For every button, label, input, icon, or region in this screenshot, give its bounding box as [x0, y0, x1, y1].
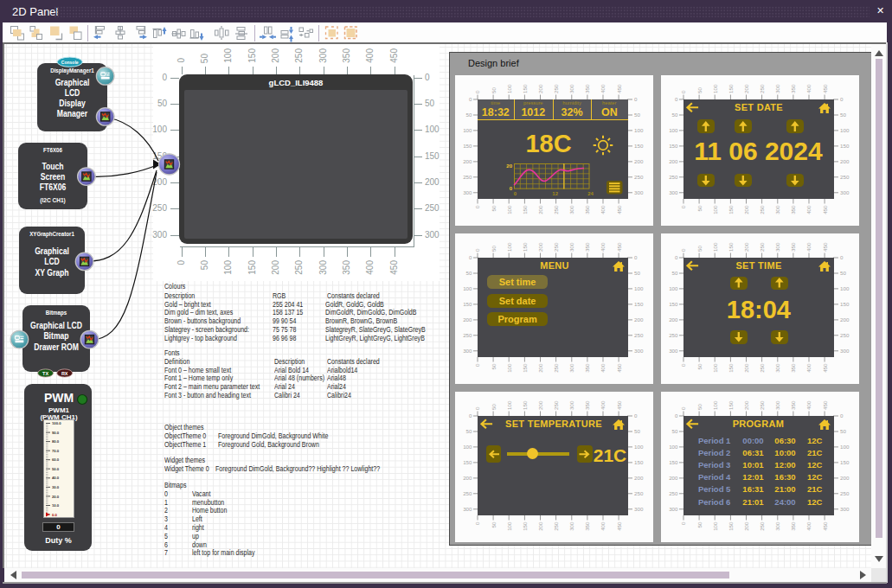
- svg-text:100: 100: [840, 285, 850, 291]
- svg-text:350: 350: [584, 521, 590, 531]
- svg-text:450: 450: [822, 84, 828, 93]
- svg-text:200: 200: [463, 316, 472, 323]
- svg-text:150: 150: [728, 363, 734, 373]
- svg-text:0: 0: [474, 406, 480, 410]
- svg-text:250: 250: [553, 84, 559, 93]
- svg-text:150: 150: [634, 143, 644, 149]
- svg-text:250: 250: [463, 332, 472, 338]
- svg-text:300: 300: [634, 189, 644, 195]
- svg-text:400: 400: [805, 363, 812, 373]
- svg-text:0: 0: [469, 96, 472, 102]
- svg-text:150: 150: [522, 84, 528, 93]
- svg-text:200: 200: [669, 158, 678, 164]
- svg-text:450: 450: [616, 521, 622, 531]
- svg-text:350: 350: [790, 400, 796, 410]
- svg-text:300: 300: [463, 348, 472, 354]
- svg-text:300: 300: [568, 363, 574, 373]
- svg-text:80.0: 80.0: [52, 439, 60, 444]
- svg-text:150: 150: [669, 143, 678, 149]
- svg-text:0: 0: [680, 248, 686, 252]
- svg-text:200: 200: [634, 475, 644, 481]
- svg-text:150: 150: [728, 84, 734, 93]
- svg-text:20: 20: [506, 163, 512, 169]
- svg-text:0: 0: [474, 248, 480, 252]
- svg-text:350: 350: [790, 363, 796, 373]
- svg-text:200: 200: [634, 158, 644, 164]
- svg-text:200: 200: [537, 242, 543, 252]
- svg-text:0: 0: [514, 191, 517, 196]
- svg-text:300: 300: [568, 205, 574, 214]
- svg-text:150: 150: [522, 400, 528, 410]
- svg-text:400: 400: [600, 84, 606, 93]
- svg-text:90.0: 90.0: [52, 431, 60, 435]
- svg-text:450: 450: [616, 363, 622, 373]
- svg-text:0.0: 0.0: [52, 513, 57, 517]
- svg-text:300: 300: [774, 242, 780, 252]
- svg-text:250: 250: [463, 490, 472, 496]
- svg-text:100: 100: [634, 285, 644, 291]
- svg-text:250: 250: [840, 490, 850, 496]
- svg-text:300: 300: [634, 348, 644, 354]
- svg-text:400: 400: [600, 205, 606, 214]
- svg-text:150: 150: [840, 301, 850, 307]
- svg-text:0: 0: [680, 205, 686, 208]
- svg-text:300: 300: [568, 400, 574, 410]
- svg-text:150: 150: [463, 143, 472, 149]
- svg-text:200: 200: [537, 84, 543, 93]
- svg-text:0: 0: [474, 363, 480, 367]
- svg-text:100: 100: [506, 242, 512, 252]
- svg-text:150: 150: [728, 242, 734, 252]
- svg-text:100: 100: [669, 285, 678, 291]
- svg-text:250: 250: [669, 490, 678, 496]
- svg-text:350: 350: [584, 205, 590, 214]
- svg-text:40.0: 40.0: [52, 476, 60, 480]
- svg-text:150: 150: [669, 301, 678, 307]
- svg-text:300: 300: [840, 506, 850, 512]
- svg-text:100: 100: [712, 242, 718, 252]
- svg-text:10.0: 10.0: [52, 503, 60, 508]
- svg-text:100: 100: [669, 444, 678, 450]
- svg-text:250: 250: [553, 363, 559, 373]
- svg-text:250: 250: [553, 242, 559, 252]
- svg-text:350: 350: [584, 84, 590, 93]
- svg-text:200: 200: [743, 205, 749, 214]
- svg-text:350: 350: [790, 242, 796, 252]
- svg-text:100: 100: [840, 444, 850, 450]
- svg-text:250: 250: [759, 400, 765, 410]
- svg-text:300: 300: [568, 521, 574, 531]
- svg-text:0: 0: [680, 521, 686, 525]
- svg-text:150: 150: [522, 363, 528, 373]
- svg-text:100: 100: [506, 521, 512, 531]
- svg-text:50: 50: [696, 87, 703, 93]
- svg-text:300: 300: [774, 521, 780, 531]
- svg-text:150: 150: [522, 521, 528, 531]
- svg-text:50: 50: [696, 404, 703, 410]
- svg-text:250: 250: [759, 363, 765, 373]
- svg-text:50.0: 50.0: [52, 467, 60, 471]
- svg-text:100: 100: [712, 84, 718, 93]
- svg-text:400: 400: [600, 400, 606, 410]
- svg-text:300: 300: [568, 84, 574, 93]
- svg-text:0: 0: [474, 90, 480, 93]
- svg-text:70.0: 70.0: [52, 449, 60, 453]
- svg-text:50: 50: [491, 363, 497, 369]
- svg-text:100: 100: [634, 444, 644, 450]
- svg-text:0: 0: [680, 406, 686, 410]
- svg-text:50: 50: [491, 521, 497, 527]
- svg-text:400: 400: [600, 363, 606, 373]
- svg-text:450: 450: [616, 205, 622, 214]
- svg-text:350: 350: [790, 521, 796, 531]
- svg-text:150: 150: [463, 459, 472, 465]
- svg-text:400: 400: [805, 205, 812, 214]
- svg-text:250: 250: [669, 332, 678, 338]
- svg-text:100: 100: [840, 127, 850, 133]
- svg-text:200: 200: [463, 475, 472, 481]
- svg-text:200: 200: [537, 205, 543, 214]
- svg-text:400: 400: [600, 242, 606, 252]
- svg-text:200: 200: [840, 316, 850, 323]
- svg-text:100: 100: [463, 285, 472, 291]
- svg-text:400: 400: [805, 242, 812, 252]
- svg-text:450: 450: [822, 400, 828, 410]
- svg-text:150: 150: [669, 459, 678, 465]
- svg-text:200: 200: [743, 521, 749, 531]
